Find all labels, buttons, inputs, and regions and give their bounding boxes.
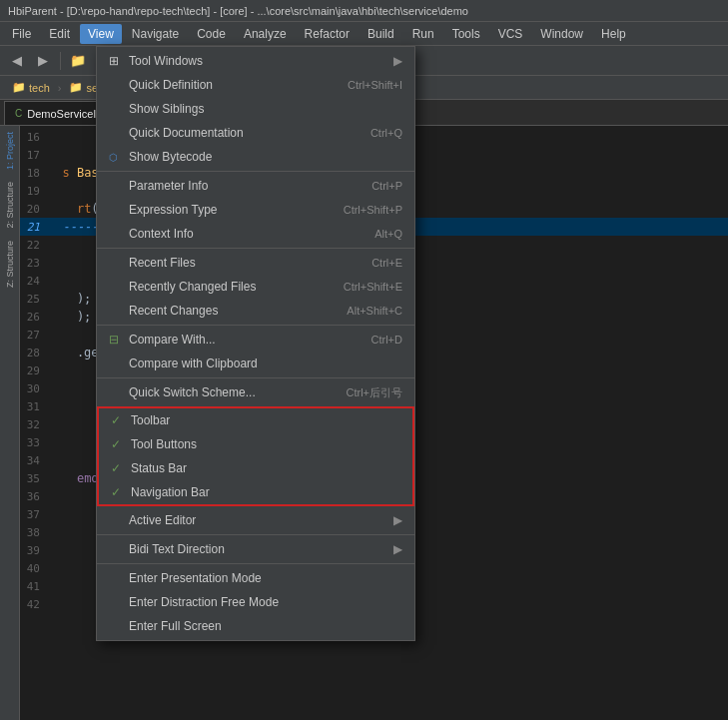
menu-show-siblings[interactable]: Show Siblings: [97, 97, 414, 121]
menu-section-4: ⊟ Compare With... Ctrl+D Compare with Cl…: [97, 325, 414, 377]
menu-distraction-free[interactable]: Enter Distraction Free Mode: [97, 590, 414, 614]
menu-compare-with[interactable]: ⊟ Compare With... Ctrl+D: [97, 328, 414, 352]
menu-section-1: ⊞ Tool Windows ▶ Quick Definition Ctrl+S…: [97, 47, 414, 171]
menu-active-editor[interactable]: Active Editor ▶: [97, 508, 414, 532]
tool-windows-icon: ⊞: [109, 54, 125, 68]
menu-tool-buttons[interactable]: ✓ Tool Buttons: [99, 432, 412, 456]
menu-quick-definition[interactable]: Quick Definition Ctrl+Shift+I: [97, 73, 414, 97]
menu-expr-type[interactable]: Expression Type Ctrl+Shift+P: [97, 198, 414, 222]
view-dropdown-menu: ⊞ Tool Windows ▶ Quick Definition Ctrl+S…: [96, 46, 415, 641]
menu-quick-switch[interactable]: Quick Switch Scheme... Ctrl+后引号: [97, 380, 414, 404]
menu-section-9: Enter Presentation Mode Enter Distractio…: [97, 563, 414, 640]
menu-status-bar[interactable]: ✓ Status Bar: [99, 456, 412, 480]
bytecode-icon: ⬡: [109, 152, 125, 163]
menu-navigation-bar[interactable]: ✓ Navigation Bar: [99, 480, 412, 504]
toolbar-check: ✓: [111, 413, 127, 427]
menu-recent-files[interactable]: Recent Files Ctrl+E: [97, 251, 414, 275]
menu-show-bytecode[interactable]: ⬡ Show Bytecode: [97, 145, 414, 169]
bidi-arrow: ▶: [393, 542, 402, 556]
menu-tool-windows[interactable]: ⊞ Tool Windows ▶: [97, 49, 414, 73]
tool-buttons-check: ✓: [111, 437, 127, 451]
nav-bar-check: ✓: [111, 485, 127, 499]
menu-full-screen[interactable]: Enter Full Screen: [97, 614, 414, 638]
menu-section-8: Bidi Text Direction ▶: [97, 534, 414, 563]
menu-compare-clipboard[interactable]: Compare with Clipboard: [97, 352, 414, 375]
menu-section-5: Quick Switch Scheme... Ctrl+后引号: [97, 377, 414, 406]
menu-quick-doc[interactable]: Quick Documentation Ctrl+Q: [97, 121, 414, 145]
menu-param-info[interactable]: Parameter Info Ctrl+P: [97, 174, 414, 198]
compare-icon: ⊟: [109, 333, 125, 347]
status-bar-check: ✓: [111, 461, 127, 475]
checked-section: ✓ Toolbar ✓ Tool Buttons ✓ Status Bar ✓ …: [97, 406, 414, 506]
menu-presentation-mode[interactable]: Enter Presentation Mode: [97, 566, 414, 590]
menu-bidi[interactable]: Bidi Text Direction ▶: [97, 537, 414, 561]
menu-recent-changes[interactable]: Recent Changes Alt+Shift+C: [97, 299, 414, 323]
menu-section-3: Recent Files Ctrl+E Recently Changed Fil…: [97, 248, 414, 325]
active-editor-arrow: ▶: [393, 513, 402, 527]
dropdown-overlay: ⊞ Tool Windows ▶ Quick Definition Ctrl+S…: [0, 0, 728, 720]
menu-toolbar[interactable]: ✓ Toolbar: [99, 408, 412, 432]
menu-section-7: Active Editor ▶: [97, 506, 414, 534]
menu-section-2: Parameter Info Ctrl+P Expression Type Ct…: [97, 171, 414, 248]
menu-recently-changed[interactable]: Recently Changed Files Ctrl+Shift+E: [97, 275, 414, 299]
arrow-icon: ▶: [393, 54, 402, 68]
menu-context-info[interactable]: Context Info Alt+Q: [97, 222, 414, 246]
